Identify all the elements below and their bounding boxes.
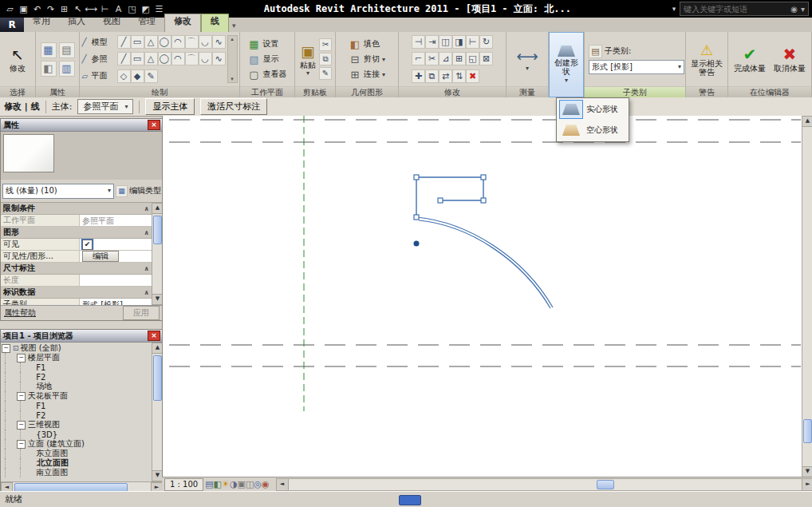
arc-icon[interactable]: ◠ bbox=[171, 35, 185, 49]
prop-section-header[interactable]: 限制条件∧ bbox=[1, 203, 152, 215]
title-dropdown-icon[interactable]: ▾ bbox=[672, 5, 676, 13]
canvas-vscrollbar[interactable]: ▲ ▼ bbox=[802, 116, 812, 477]
visual-style-icon[interactable]: ◧ bbox=[214, 479, 222, 489]
tree-item[interactable]: −立面 (建筑立面) bbox=[1, 439, 152, 449]
panel-label-editor[interactable]: 在位编辑器 bbox=[728, 86, 811, 97]
nudge-icon[interactable]: ⇅ bbox=[452, 69, 466, 83]
scroll-down-icon[interactable]: ▼ bbox=[152, 294, 163, 305]
prop-value[interactable]: 编辑 bbox=[80, 251, 152, 262]
cancel-mass-button[interactable]: ✖ 取消体量 bbox=[771, 45, 809, 73]
tree-item[interactable]: −⊡视图 (全部) bbox=[1, 343, 152, 353]
tree-expander-icon[interactable]: − bbox=[17, 392, 26, 401]
prop-section-header[interactable]: 标识数据∧ bbox=[1, 287, 152, 299]
delete-icon[interactable]: ✖ bbox=[466, 69, 479, 83]
measure-icon[interactable]: ⟷ bbox=[85, 4, 98, 14]
detail-level-icon[interactable]: ▤ bbox=[205, 479, 213, 489]
copy-icon[interactable]: ⧉ bbox=[425, 69, 439, 83]
text-icon[interactable]: A bbox=[112, 4, 125, 14]
view-scale-button[interactable]: 1 : 100 bbox=[164, 478, 203, 491]
paint-button[interactable]: ◧填色 bbox=[349, 37, 380, 52]
edit-button[interactable]: 编辑 bbox=[82, 251, 119, 262]
save-icon[interactable]: ▣ bbox=[17, 4, 30, 14]
create-form-button[interactable]: 创建形状 ▾ bbox=[549, 32, 584, 97]
control-point[interactable] bbox=[438, 198, 443, 203]
tree-item[interactable]: 北立面图 bbox=[1, 458, 152, 468]
tree-item[interactable]: F2 bbox=[1, 410, 152, 420]
draw-mode-model[interactable]: ╱模型 bbox=[82, 36, 116, 49]
pick-edge-icon[interactable]: ✎ bbox=[144, 69, 158, 83]
search-input[interactable] bbox=[682, 4, 789, 14]
properties-help-link[interactable]: 属性帮助 bbox=[4, 307, 36, 319]
project-browser-header[interactable]: 项目1 - 项目浏览器 × bbox=[1, 330, 163, 343]
status-indicator[interactable] bbox=[399, 495, 421, 505]
collapse-icon[interactable]: ∧ bbox=[144, 289, 150, 296]
prop-value[interactable]: 参照平面 bbox=[80, 215, 152, 226]
reveal-hidden-icon[interactable]: ◉ bbox=[262, 479, 270, 489]
pick-lines-icon[interactable]: ◇ bbox=[117, 69, 131, 83]
show-host-button[interactable]: 显示主体 bbox=[145, 98, 195, 115]
undo-icon[interactable]: ↶ bbox=[30, 4, 44, 14]
prop-section-header[interactable]: 图形∧ bbox=[1, 227, 152, 239]
tree-item[interactable]: 场地 bbox=[1, 382, 152, 391]
control-point[interactable] bbox=[481, 198, 486, 203]
prop-value[interactable]: 形式 [投影] bbox=[80, 299, 152, 305]
pick-face-icon[interactable]: ◆ bbox=[131, 69, 144, 83]
tree-item[interactable]: F2 bbox=[1, 372, 152, 382]
sketch-curve[interactable] bbox=[419, 220, 550, 308]
tree-expander-icon[interactable]: − bbox=[17, 440, 26, 449]
ref-spline-icon[interactable]: ∿ bbox=[212, 52, 226, 65]
family-category-icon[interactable]: ◧ bbox=[41, 61, 57, 77]
prop-value[interactable]: ✔ bbox=[80, 239, 152, 250]
prop-section-header[interactable]: 尺寸标注∧ bbox=[1, 263, 152, 275]
draw-mode-reference[interactable]: ╱参照 bbox=[82, 53, 116, 65]
family-types-icon[interactable]: ▤ bbox=[59, 42, 75, 58]
corner-icon[interactable]: ⊿ bbox=[439, 52, 452, 65]
print-icon[interactable]: ⊞ bbox=[57, 4, 71, 14]
scroll-up-icon[interactable]: ▲ bbox=[152, 203, 163, 214]
panel-label-subcategory[interactable]: 子类别 bbox=[585, 86, 685, 97]
panel-label-modify[interactable]: 修改 bbox=[399, 86, 506, 97]
spline-icon[interactable]: ∿ bbox=[212, 35, 226, 49]
browser-vscrollbar[interactable]: ▲ ▼ bbox=[152, 343, 163, 481]
join-geometry-button[interactable]: ⊞连接▾ bbox=[349, 67, 385, 82]
redo-icon[interactable]: ↷ bbox=[44, 4, 57, 14]
line-icon[interactable]: ╱ bbox=[117, 35, 131, 49]
tab-view[interactable]: 视图 bbox=[94, 14, 129, 32]
mirror-axis-icon[interactable]: ◫ bbox=[439, 35, 452, 49]
tab-insert[interactable]: 插入 bbox=[59, 14, 94, 32]
open-icon[interactable]: ▱ bbox=[3, 4, 17, 14]
ref-center-arc-icon[interactable]: ⌒ bbox=[185, 52, 199, 65]
search-dropdown-icon[interactable]: ▾ bbox=[799, 5, 806, 14]
fillet-arc-icon[interactable]: ◡ bbox=[199, 35, 212, 49]
tree-item[interactable]: F1 bbox=[1, 362, 152, 372]
canvas-hscrollbar[interactable]: ◄ ► bbox=[276, 478, 812, 491]
properties-header[interactable]: 属性 × bbox=[1, 119, 163, 132]
tab-manage[interactable]: 管理 bbox=[129, 14, 164, 32]
ref-arc-icon[interactable]: ◠ bbox=[171, 52, 185, 65]
show-workplane-button[interactable]: ▧显示 bbox=[248, 52, 279, 67]
ref-fillet-arc-icon[interactable]: ◡ bbox=[199, 52, 212, 65]
tree-expander-icon[interactable]: − bbox=[17, 354, 26, 362]
trim-icon[interactable]: ⌐ bbox=[412, 52, 425, 65]
set-workplane-button[interactable]: ▦设置 bbox=[248, 37, 279, 52]
properties-icon[interactable]: ▦ bbox=[41, 42, 57, 58]
split-icon[interactable]: ✂ bbox=[425, 52, 439, 65]
subcategory-select[interactable]: 形式 [投影] ▾ bbox=[589, 60, 684, 74]
array-icon[interactable]: ⊞ bbox=[452, 52, 466, 65]
modify-tool-button[interactable]: ↖ 修改 bbox=[8, 45, 27, 73]
sketch-curve[interactable] bbox=[416, 217, 553, 307]
scroll-down-icon[interactable]: ▼ bbox=[802, 466, 812, 477]
tree-item[interactable]: 东立面图 bbox=[1, 449, 152, 458]
scroll-up-icon[interactable]: ▲ bbox=[152, 343, 163, 354]
menu-item-void-form[interactable]: 空心形状 bbox=[558, 120, 628, 141]
copy-icon[interactable]: ⧉ bbox=[319, 53, 332, 65]
tree-item[interactable]: −楼层平面 bbox=[1, 353, 152, 362]
pin-icon[interactable]: ⊠ bbox=[479, 52, 493, 65]
menu-item-solid-form[interactable]: 实心形状 bbox=[558, 99, 628, 120]
rotate-icon[interactable]: ↻ bbox=[479, 35, 493, 49]
draw-mode-plane[interactable]: ▱平面 bbox=[82, 69, 116, 82]
aligned-dimension-icon[interactable]: ⊢ bbox=[98, 4, 112, 14]
panel-label-geometry[interactable]: 几何图形 bbox=[336, 86, 398, 97]
scroll-down-icon[interactable]: ▼ bbox=[152, 470, 163, 481]
panel-label-workplane[interactable]: 工作平面 bbox=[240, 86, 294, 97]
